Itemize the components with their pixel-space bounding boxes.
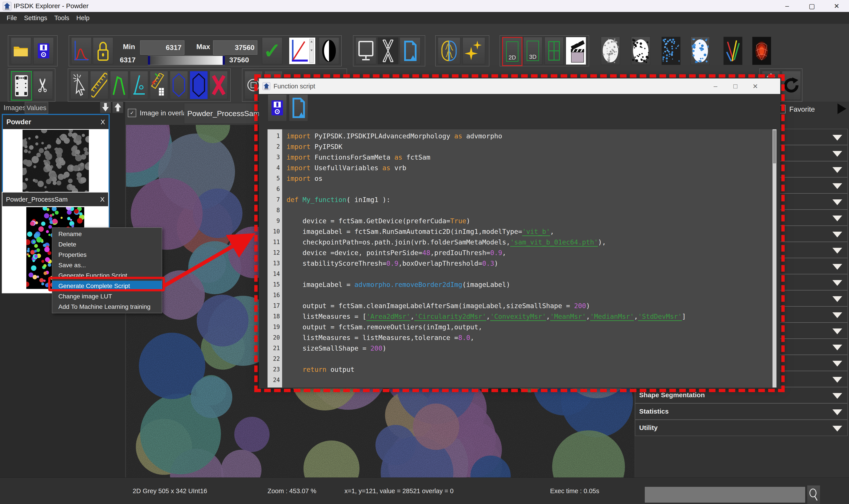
function-script-dialog[interactable]: Function script – □ ✕ <box>259 78 780 389</box>
context-menu-item-save-as-[interactable]: Save as... <box>52 260 162 270</box>
close-card-icon[interactable]: X <box>100 196 105 203</box>
gradient-left-cap[interactable] <box>148 56 150 65</box>
context-menu-item-rename[interactable]: Rename <box>52 229 162 239</box>
export-document-button[interactable] <box>400 37 420 64</box>
sample-thumb-binary-button[interactable] <box>631 37 650 65</box>
close-card-icon[interactable]: X <box>101 118 105 126</box>
sample-thumb-volume-button[interactable] <box>752 37 771 65</box>
expand-arrow-icon[interactable] <box>832 232 842 237</box>
ai-brain-button[interactable] <box>438 37 460 64</box>
expand-arrow-icon[interactable] <box>832 167 842 173</box>
expand-arrow-icon[interactable] <box>832 248 842 254</box>
code-editor[interactable]: 1import PyIPSDK.IPSDKIPLAdvancedMorpholo… <box>268 129 776 388</box>
context-menu-item-delete[interactable]: Delete <box>52 239 162 250</box>
polygon-outline-button[interactable] <box>170 71 188 99</box>
sample-thumb-bluespots-button[interactable] <box>691 37 710 65</box>
close-button[interactable]: ✕ <box>824 0 849 12</box>
pointer-tool-button[interactable] <box>70 71 88 99</box>
context-menu-item-properties[interactable]: Properties <box>52 250 162 260</box>
view-2d-button[interactable]: 2D <box>502 37 522 66</box>
overlay-image-select[interactable]: Powder_ProcessSam <box>184 103 265 124</box>
min-value-field[interactable]: 6317 <box>140 40 184 55</box>
ai-enhance-button[interactable] <box>463 37 485 64</box>
image-in-overlay-checkbox[interactable]: ✓ <box>128 109 136 117</box>
max-value-field[interactable]: 37560 <box>213 40 257 55</box>
polyline-tool-button[interactable] <box>110 71 128 99</box>
expand-arrow-icon[interactable] <box>832 377 842 383</box>
delete-measure-button[interactable] <box>210 71 228 99</box>
hexagon-outline-icon <box>172 73 185 97</box>
menu-help[interactable]: Help <box>73 14 93 22</box>
split-view-button[interactable] <box>545 37 564 65</box>
expand-arrow-icon[interactable] <box>832 426 842 432</box>
expand-arrow-icon[interactable] <box>832 135 842 141</box>
arrow-down-icon <box>102 103 109 111</box>
lut-gradient-slider[interactable] <box>148 55 225 65</box>
image-in-overlay-label: Image in overlay <box>140 109 190 117</box>
open-folder-button[interactable] <box>11 37 31 64</box>
menu-file[interactable]: File <box>3 14 21 22</box>
polygon-filled-button[interactable] <box>190 71 208 99</box>
save-button[interactable] <box>33 37 54 64</box>
view-3d-button[interactable]: 3D <box>523 37 542 65</box>
expand-arrow-icon[interactable] <box>832 183 842 189</box>
dialog-title-bar[interactable]: Function script – □ ✕ <box>259 78 780 94</box>
dialog-export-script-button[interactable] <box>289 94 308 121</box>
expand-arrow-icon[interactable] <box>832 345 842 350</box>
expand-arrow-icon[interactable] <box>832 264 842 270</box>
refresh-button[interactable] <box>782 71 801 100</box>
ruler-tool-button[interactable] <box>90 71 108 99</box>
move-down-button[interactable] <box>100 101 111 113</box>
dialog-maximize-button[interactable]: □ <box>725 78 745 94</box>
image-card-powder-header[interactable]: Powder X <box>3 115 109 129</box>
histogram-button[interactable] <box>71 37 92 64</box>
search-input[interactable] <box>645 487 806 503</box>
category-row-shape-segmentation[interactable]: Shape Segmentation <box>635 387 848 403</box>
cut-button[interactable]: ✂ <box>33 71 53 99</box>
tab-values[interactable]: Values <box>25 102 48 114</box>
apply-range-button[interactable]: ✓ <box>262 37 282 64</box>
run-play-icon[interactable] <box>837 104 846 114</box>
lock-range-button[interactable] <box>93 37 113 64</box>
search-button[interactable] <box>807 485 820 504</box>
editor-scrollbar[interactable] <box>773 129 776 388</box>
category-row-utility[interactable]: Utility <box>635 420 848 436</box>
expand-arrow-icon[interactable] <box>832 151 842 157</box>
expand-arrow-icon[interactable] <box>832 409 842 415</box>
image-card-processsam-header[interactable]: Powder_ProcessSam X <box>2 193 108 206</box>
context-menu-item-change-image-lut[interactable]: Change image LUT <box>52 291 162 302</box>
scrollbar-thumb[interactable] <box>773 130 776 163</box>
menu-tools[interactable]: Tools <box>51 14 73 22</box>
expand-arrow-icon[interactable] <box>832 216 842 221</box>
sample-thumb-powder-button[interactable] <box>601 37 620 65</box>
image-card-title: Powder <box>6 118 31 126</box>
sample-thumb-bluedots-button[interactable] <box>662 37 681 65</box>
film-select-button[interactable] <box>11 71 32 101</box>
monitor-view-button[interactable] <box>356 37 376 64</box>
transfer-curve-button[interactable] <box>289 37 315 64</box>
dialog-minimize-button[interactable]: – <box>705 78 725 94</box>
category-row-statistics[interactable]: Statistics <box>635 403 848 419</box>
measure-table-button[interactable] <box>150 71 168 99</box>
animation-button[interactable] <box>566 37 586 65</box>
maximize-button[interactable]: ▢ <box>799 0 824 12</box>
menu-settings[interactable]: Settings <box>21 14 51 22</box>
expand-arrow-icon[interactable] <box>832 280 842 286</box>
tab-images[interactable]: Images <box>3 104 26 112</box>
expand-arrow-icon[interactable] <box>832 312 842 318</box>
compare-tool-button[interactable] <box>378 37 398 64</box>
expand-arrow-icon[interactable] <box>832 328 842 334</box>
expand-arrow-icon[interactable] <box>832 296 842 302</box>
dialog-close-button[interactable]: ✕ <box>745 78 765 94</box>
gradient-right-cap[interactable] <box>223 56 225 65</box>
angle-tool-button[interactable] <box>130 71 148 99</box>
move-up-button[interactable] <box>112 101 123 113</box>
invert-contrast-button[interactable] <box>319 37 339 64</box>
expand-arrow-icon[interactable] <box>832 199 842 205</box>
minimize-button[interactable]: – <box>775 0 799 12</box>
expand-arrow-icon[interactable] <box>832 393 842 399</box>
expand-arrow-icon[interactable] <box>832 361 842 366</box>
context-menu-item-add-to-machine-learning-training[interactable]: Add To Machine Learning training <box>52 302 162 312</box>
sample-thumb-fibers-button[interactable] <box>723 37 742 65</box>
dialog-save-script-button[interactable] <box>268 94 287 121</box>
